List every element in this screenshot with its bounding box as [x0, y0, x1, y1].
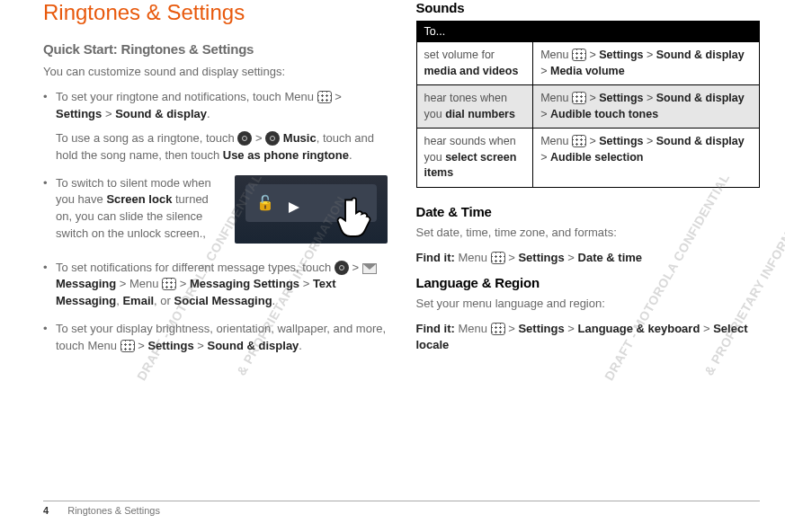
quickstart-intro: You can customize sound and display sett…	[43, 64, 388, 80]
hand-pointer-icon	[335, 193, 377, 238]
lock-icon: 🔓	[256, 192, 272, 208]
page-number: 4	[43, 505, 49, 516]
menu-icon	[491, 323, 505, 335]
bullet-notifications: To set notifications for different messa…	[43, 260, 388, 311]
menu-icon	[120, 340, 135, 352]
menu-icon	[572, 49, 586, 61]
mail-icon	[362, 263, 377, 274]
menu-icon	[162, 278, 176, 290]
sounds-th: To...	[416, 22, 760, 42]
page-title: Ringtones & Settings	[43, 0, 388, 25]
unlock-screen-illustration: 🔓	[235, 175, 388, 244]
menu-icon	[572, 135, 586, 147]
launcher-icon	[237, 131, 252, 146]
sounds-heading: Sounds	[416, 0, 761, 15]
sounds-table: To... set volume for media and videos Me…	[416, 21, 761, 188]
launcher-icon	[335, 261, 349, 275]
music-icon	[265, 131, 280, 146]
lang-heading: Language & Region	[416, 275, 761, 290]
table-row: hear tones when you dial numbers Menu > …	[416, 85, 760, 129]
play-arrow-icon	[289, 202, 299, 213]
bullet-display: To set your display brightness, orientat…	[43, 321, 388, 355]
left-column: Ringtones & Settings Quick Start: Ringto…	[43, 0, 388, 485]
datetime-heading: Date & Time	[416, 204, 761, 219]
table-row: set volume for media and videos Menu > S…	[416, 42, 760, 85]
page-footer: 4 Ringtones & Settings	[43, 501, 760, 516]
footer-label: Ringtones & Settings	[67, 505, 160, 516]
datetime-body: Set date, time, time zone, and formats:	[416, 225, 761, 241]
table-row: hear sounds when you select screen items…	[416, 129, 760, 188]
lang-body: Set your menu language and region:	[416, 296, 761, 312]
quickstart-heading: Quick Start: Ringtones & Settings	[43, 41, 388, 57]
menu-icon	[317, 91, 332, 103]
lang-findit: Find it: Menu > Settings > Language & ke…	[416, 321, 761, 353]
datetime-findit: Find it: Menu > Settings > Date & time	[416, 250, 761, 266]
bullet-ringtone: To set your ringtone and notifications, …	[43, 89, 388, 164]
menu-icon	[491, 252, 505, 264]
bullet-silent: 🔓 To switch to silent mode when you have…	[43, 175, 388, 249]
right-column: Sounds To... set volume for media and vi…	[416, 0, 761, 485]
menu-icon	[572, 92, 586, 104]
